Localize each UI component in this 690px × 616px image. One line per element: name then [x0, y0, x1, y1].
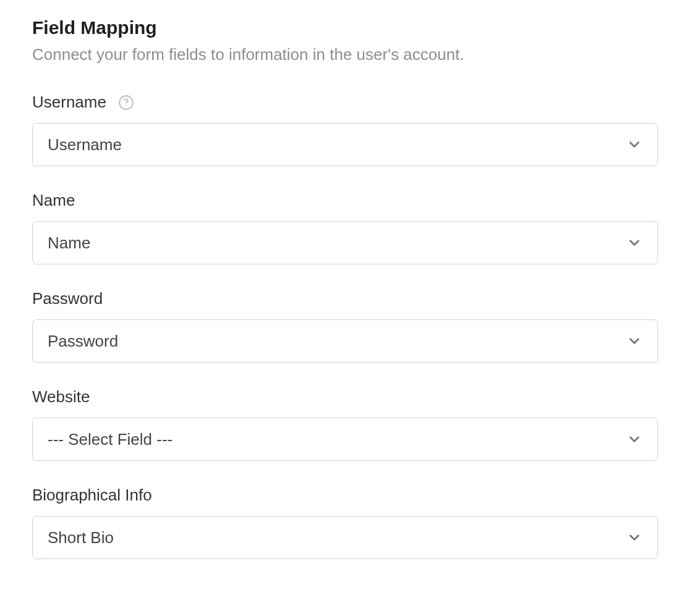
- field-label-bio: Biographical Info: [32, 486, 152, 505]
- field-group-website: Website --- Select Field ---: [32, 387, 658, 461]
- chevron-down-icon: [626, 137, 642, 153]
- field-label-website: Website: [32, 387, 90, 407]
- select-value: Short Bio: [48, 528, 626, 547]
- select-bio[interactable]: Short Bio: [32, 516, 658, 559]
- select-value: Password: [48, 332, 626, 351]
- select-value: --- Select Field ---: [48, 430, 626, 449]
- chevron-down-icon: [626, 431, 642, 447]
- svg-point-1: [126, 105, 127, 106]
- select-password[interactable]: Password: [32, 319, 658, 363]
- select-value: Username: [48, 135, 626, 154]
- field-group-bio: Biographical Info Short Bio: [32, 486, 658, 559]
- select-name[interactable]: Name: [32, 221, 658, 264]
- chevron-down-icon: [626, 333, 642, 349]
- help-icon[interactable]: [117, 94, 135, 111]
- field-group-username: Username Username: [32, 93, 658, 166]
- field-label-row: Website: [32, 387, 658, 407]
- field-label-password: Password: [32, 289, 103, 308]
- field-mapping-section: Field Mapping Connect your form fields t…: [32, 17, 658, 559]
- select-website[interactable]: --- Select Field ---: [32, 418, 658, 461]
- field-label-row: Username: [32, 93, 658, 112]
- field-label-row: Name: [32, 191, 658, 210]
- select-username[interactable]: Username: [32, 123, 658, 166]
- field-label-row: Biographical Info: [32, 486, 658, 505]
- chevron-down-icon: [626, 235, 642, 251]
- select-value: Name: [48, 234, 626, 253]
- section-title: Field Mapping: [32, 17, 658, 38]
- field-group-name: Name Name: [32, 191, 658, 264]
- field-label-row: Password: [32, 289, 658, 308]
- chevron-down-icon: [626, 530, 642, 546]
- section-subtitle: Connect your form fields to information …: [32, 43, 658, 65]
- field-group-password: Password Password: [32, 289, 658, 363]
- field-label-username: Username: [32, 93, 106, 112]
- field-label-name: Name: [32, 191, 75, 210]
